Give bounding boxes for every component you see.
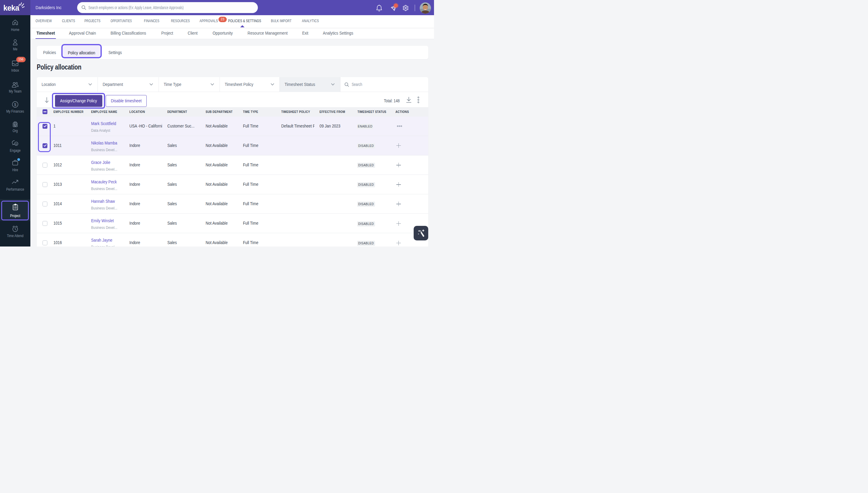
svg-text:$: $ (14, 103, 16, 107)
